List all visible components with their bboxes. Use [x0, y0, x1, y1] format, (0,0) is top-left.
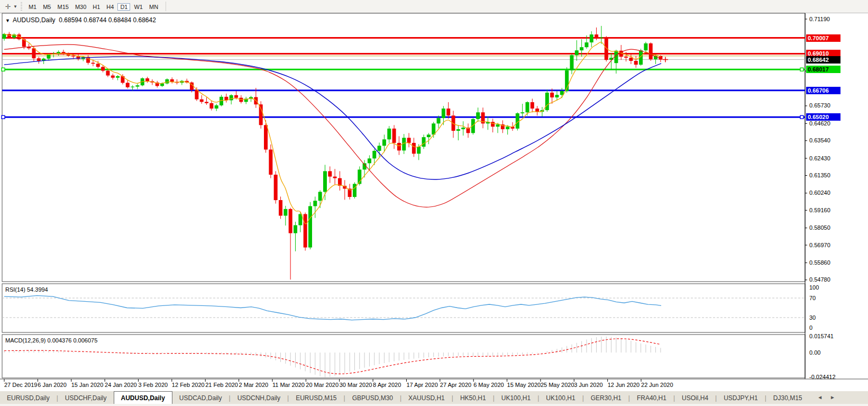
chart-tab-uk100-h1[interactable]: UK100,H1	[495, 391, 537, 404]
price-badge: 0.68017	[806, 66, 840, 73]
line-handle	[800, 115, 803, 119]
timeframe-button-mn[interactable]: MN	[147, 3, 161, 11]
timeframe-button-h4[interactable]: H4	[104, 3, 116, 11]
date-label: 15 May 2020	[507, 382, 541, 388]
ohlc-high: 0.68744	[84, 16, 106, 24]
chart-tab-usdjpy-h1[interactable]: USDJPY,H1	[717, 391, 764, 404]
timeframe-button-d1[interactable]: D1	[117, 3, 130, 11]
timeframe-buttons: M1M5M15M30H1H4D1W1MN	[25, 2, 161, 12]
price-tick-label: 0.55860	[809, 259, 830, 266]
date-label: 21 Feb 2020	[205, 382, 238, 388]
chart-tab-usdcnh-daily[interactable]: USDCNH,Daily	[231, 391, 287, 404]
price-tick-label: 0.64620	[809, 120, 830, 127]
toolbar-grip-handle[interactable]	[21, 2, 22, 11]
date-label: 20 Mar 2020	[306, 382, 339, 388]
pane-border	[2, 335, 805, 378]
chart-title: ▼AUDUSD,Daily 0.68594 0.68744 0.68484 0.…	[5, 16, 156, 24]
chart-tab-usdchf-daily[interactable]: USDCHF,Daily	[58, 391, 114, 404]
date-label: 24 Jan 2020	[105, 382, 137, 388]
tab-scroll-right-icon[interactable]: ►	[830, 394, 843, 400]
timeframe-toolbar: ✛ ▼ M1M5M15M30H1H4D1W1MN	[0, 0, 868, 13]
price-tick-label: 0.54780	[809, 276, 830, 283]
line-handle	[800, 68, 803, 71]
bid-cross-marker	[663, 57, 668, 62]
tab-scroll-arrows: ◄►	[817, 394, 843, 400]
chart-tab-audusd-daily[interactable]: AUDUSD,Daily	[114, 391, 172, 404]
date-label: 22 Jun 2020	[641, 382, 673, 388]
chart-tab-usoil-h4[interactable]: USOil,H4	[675, 391, 715, 404]
date-label: 3 Feb 2020	[138, 382, 168, 388]
rsi-axis-label: 100	[809, 284, 819, 291]
date-label: 25 May 2020	[541, 382, 574, 388]
date-label: 30 Mar 2020	[340, 382, 372, 388]
date-label: 2 Mar 2020	[239, 382, 269, 388]
price-tick-label: 0.61350	[809, 172, 830, 178]
price-tick-label: 0.71190	[809, 16, 830, 22]
chart-tab-gbpusd-m30[interactable]: GBPUSD,M30	[345, 391, 400, 404]
chart-tab-ger30-h1[interactable]: GER30,H1	[584, 391, 628, 404]
cursor-tool-icon[interactable]: ✛	[3, 2, 13, 11]
chart-tab-uk100-h1[interactable]: UK100,H1	[539, 391, 582, 404]
date-label: 17 Apr 2020	[406, 382, 437, 388]
ma-fast-line	[4, 34, 661, 224]
chart-tab-eurusd-m15[interactable]: EURUSD,M15	[289, 391, 343, 404]
ohlc-low: 0.68484	[108, 16, 131, 24]
macd-axis-label: 0.015741	[809, 333, 834, 339]
date-label: 8 Apr 2020	[373, 382, 401, 388]
timeframe-button-m5[interactable]: M5	[40, 3, 53, 11]
date-label: 15 Jan 2020	[71, 382, 104, 388]
symbol-name: AUDUSD,Daily	[13, 16, 56, 24]
timeframe-button-m30[interactable]: M30	[72, 3, 89, 11]
price-tick-label: 0.60240	[809, 190, 830, 196]
ma-medium-line	[4, 44, 661, 207]
date-label: 27 Apr 2020	[440, 382, 471, 388]
timeframe-button-m1[interactable]: M1	[26, 3, 39, 11]
date-label: 12 Jun 2020	[608, 382, 640, 388]
price-badge: 0.70007	[806, 34, 840, 42]
ohlc-close: 0.68642	[133, 16, 156, 24]
macd-values: 0.004376 0.006075	[47, 337, 97, 344]
chart-tab-bar: EURUSD,Daily|USDCHF,DailyAUDUSD,DailyUSD…	[0, 391, 868, 404]
price-badge: 0.65020	[806, 113, 840, 121]
price-tick-label: 0.56970	[809, 242, 830, 248]
timeframe-button-h1[interactable]: H1	[90, 3, 103, 11]
date-label: 6 May 2020	[473, 382, 504, 388]
timeframe-button-w1[interactable]: W1	[131, 3, 145, 11]
timeframe-button-m15[interactable]: M15	[54, 3, 71, 11]
chart-tab-usdcad-daily[interactable]: USDCAD,Daily	[172, 391, 229, 404]
date-label: 27 Dec 2019	[4, 382, 37, 388]
chart-tab-dj30-m15[interactable]: DJ30,M15	[766, 391, 809, 404]
price-tick-label: 0.58050	[809, 224, 830, 231]
date-label: 3 Jun 2020	[574, 382, 602, 388]
chart-tab-eurusd-daily[interactable]: EURUSD,Daily	[0, 391, 57, 404]
macd-indicator-label: MACD(12,26,9) 0.004376 0.006075	[5, 337, 97, 344]
price-badge: 0.68642	[806, 56, 840, 64]
chart-tab-xauusd-h1[interactable]: XAUUSD,H1	[401, 391, 452, 404]
status-strip	[0, 404, 868, 406]
macd-signal-line	[4, 339, 661, 374]
chart-graphics	[0, 0, 868, 406]
line-handle	[2, 115, 5, 119]
symbol-dropdown-icon[interactable]: ▼	[5, 18, 10, 23]
chart-tab-hk50-h1[interactable]: HK50,H1	[453, 391, 493, 404]
rsi-axis-label: 0	[809, 324, 812, 331]
rsi-value: 54.3994	[27, 286, 48, 293]
macd-histogram	[4, 337, 661, 377]
candlestick-series	[3, 26, 663, 279]
tab-scroll-left-icon[interactable]: ◄	[817, 394, 830, 400]
chevron-down-icon[interactable]: ▼	[13, 4, 17, 9]
macd-axis-label: 0.00	[809, 349, 820, 356]
pane-border	[2, 13, 805, 282]
macd-axis-label: -0.024412	[809, 374, 836, 380]
price-tick-label: 0.65730	[809, 102, 830, 109]
date-label: 6 Jan 2020	[38, 382, 66, 388]
price-tick-label: 0.59160	[809, 207, 830, 213]
rsi-indicator-label: RSI(14) 54.3994	[5, 286, 48, 293]
ma-slow-line	[4, 57, 661, 179]
rsi-axis-label: 30	[809, 314, 816, 321]
date-label: 11 Mar 2020	[272, 382, 305, 388]
date-label: 12 Feb 2020	[172, 382, 205, 388]
rsi-axis-label: 70	[809, 295, 816, 301]
toolbar-divider	[166, 2, 166, 11]
chart-tab-fra40-h1[interactable]: FRA40,H1	[630, 391, 673, 404]
